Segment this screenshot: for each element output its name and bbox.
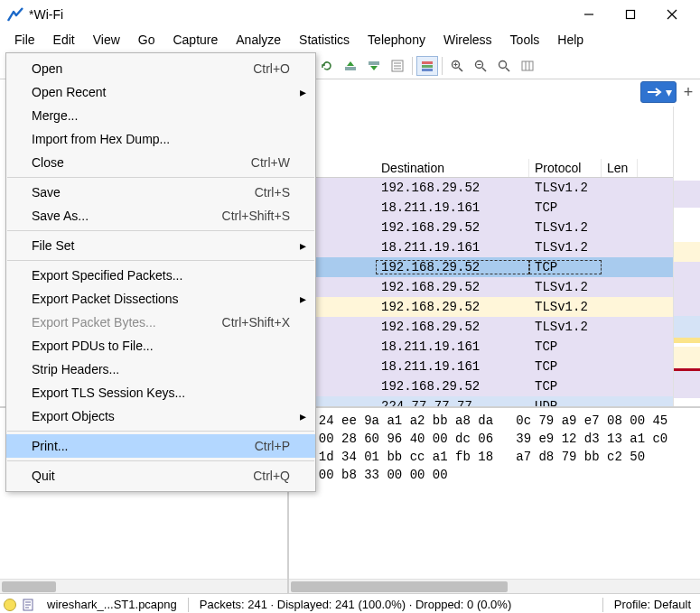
expert-info-icon[interactable] bbox=[4, 599, 16, 611]
toolbar-autoscroll-icon[interactable] bbox=[387, 56, 408, 76]
filter-add-button[interactable]: + bbox=[680, 81, 696, 103]
cell-destination: 192.168.29.52 bbox=[376, 379, 529, 394]
column-header-length[interactable]: Len bbox=[602, 159, 638, 177]
toolbar-resize-cols-icon[interactable] bbox=[517, 56, 538, 76]
menu-item-quit[interactable]: QuitCtrl+Q bbox=[6, 464, 315, 488]
cell-destination: 192.168.29.52 bbox=[376, 181, 529, 195]
menu-item-file-set[interactable]: File Set▸ bbox=[6, 234, 315, 257]
svg-rect-1 bbox=[627, 11, 635, 19]
hex-line[interactable]: 3000 b8 33 00 00 00 bbox=[296, 466, 693, 484]
packet-row[interactable]: 192.168.29.52TLSv1.2 bbox=[311, 297, 673, 317]
window-title: *Wi-Fi bbox=[27, 7, 63, 22]
column-header-destination[interactable]: Destination bbox=[376, 159, 529, 177]
svg-rect-12 bbox=[422, 69, 433, 71]
menu-bar: File Edit View Go Capture Analyze Statis… bbox=[0, 29, 700, 52]
cell-protocol: TLSv1.2 bbox=[529, 320, 602, 334]
svg-line-14 bbox=[459, 68, 462, 71]
cell-protocol: TCP bbox=[529, 379, 602, 394]
menu-statistics[interactable]: Statistics bbox=[290, 31, 359, 49]
capture-file-icon[interactable] bbox=[22, 598, 36, 612]
menu-item-import-hex[interactable]: Import from Hex Dump... bbox=[6, 127, 315, 151]
app-icon bbox=[7, 6, 23, 23]
svg-rect-4 bbox=[345, 67, 356, 70]
menu-view[interactable]: View bbox=[84, 31, 129, 49]
status-profile[interactable]: Profile: Default bbox=[609, 598, 696, 611]
menu-item-export-objects[interactable]: Export Objects▸ bbox=[6, 404, 315, 428]
menu-capture[interactable]: Capture bbox=[163, 31, 227, 49]
packet-rows[interactable]: 192.168.29.52TLSv1.218.211.19.161TCP192.… bbox=[311, 178, 673, 406]
filter-apply-button[interactable]: ▾ bbox=[640, 81, 677, 103]
menu-item-export-tls[interactable]: Export TLS Session Keys... bbox=[6, 381, 315, 404]
cell-protocol: TCP bbox=[529, 200, 602, 215]
menu-item-open-recent[interactable]: Open Recent▸ bbox=[6, 80, 315, 104]
menu-telephony[interactable]: Telephony bbox=[359, 31, 434, 49]
menu-item-close[interactable]: CloseCtrl+W bbox=[6, 151, 315, 174]
menu-item-save[interactable]: SaveCtrl+S bbox=[6, 181, 315, 204]
packet-row[interactable]: 18.211.19.161TLSv1.2 bbox=[311, 237, 673, 257]
column-header-protocol[interactable]: Protocol bbox=[529, 159, 602, 177]
packet-row[interactable]: 18.211.19.161TCP bbox=[311, 337, 673, 357]
menu-edit[interactable]: Edit bbox=[44, 31, 84, 49]
toolbar-zoom-out-icon[interactable] bbox=[470, 56, 491, 76]
submenu-arrow-icon: ▸ bbox=[300, 409, 306, 423]
file-menu-dropdown: OpenCtrl+O Open Recent▸ Merge... Import … bbox=[5, 52, 316, 492]
svg-rect-22 bbox=[522, 61, 533, 70]
submenu-arrow-icon: ▸ bbox=[300, 292, 306, 306]
maximize-button[interactable] bbox=[610, 0, 651, 29]
packet-bytes-pane[interactable]: 0024 ee 9a a1 a2 bb a8 da 0c 79 a9 e7 08… bbox=[289, 408, 700, 593]
menu-item-strip-headers[interactable]: Strip Headers... bbox=[6, 358, 315, 381]
toolbar-colorize-icon[interactable] bbox=[416, 56, 438, 76]
toolbar-zoom-reset-icon[interactable] bbox=[493, 56, 515, 76]
cell-protocol: TLSv1.2 bbox=[529, 181, 602, 195]
status-bar: wireshark_...ST1.pcapng Packets: 241 · D… bbox=[0, 593, 700, 613]
cell-protocol: TLSv1.2 bbox=[529, 300, 602, 314]
packet-row[interactable]: 224.77.77.77UDP bbox=[311, 396, 673, 406]
cell-destination: 224.77.77.77 bbox=[376, 399, 529, 406]
svg-line-21 bbox=[506, 68, 509, 71]
menu-item-export-dissections[interactable]: Export Packet Dissections▸ bbox=[6, 287, 315, 311]
menu-item-export-bytes: Export Packet Bytes...Ctrl+Shift+X bbox=[6, 311, 315, 334]
hex-line[interactable]: 1000 28 60 96 40 00 dc 06 39 e9 12 d3 13… bbox=[296, 430, 693, 448]
cell-destination: 192.168.29.52 bbox=[376, 220, 529, 235]
status-packet-counts: Packets: 241 · Displayed: 241 (100.0%) ·… bbox=[194, 598, 597, 611]
status-filename: wireshark_...ST1.pcapng bbox=[42, 598, 182, 611]
packet-overview-bar[interactable] bbox=[673, 107, 700, 406]
packet-row[interactable]: 192.168.29.52TLSv1.2 bbox=[311, 178, 673, 198]
toolbar-up-icon[interactable] bbox=[340, 56, 361, 76]
packet-row[interactable]: 192.168.29.52TLSv1.2 bbox=[311, 317, 673, 337]
svg-rect-11 bbox=[422, 65, 433, 68]
hex-line[interactable]: 0024 ee 9a a1 a2 bb a8 da 0c 79 a9 e7 08… bbox=[296, 412, 693, 430]
menu-analyze[interactable]: Analyze bbox=[227, 31, 290, 49]
menu-item-print[interactable]: Print...Ctrl+P bbox=[6, 434, 315, 458]
menu-go[interactable]: Go bbox=[129, 31, 164, 49]
cell-destination: 192.168.29.52 bbox=[376, 320, 529, 334]
svg-rect-10 bbox=[422, 61, 433, 64]
cell-destination: 18.211.19.161 bbox=[376, 359, 529, 374]
minimize-button[interactable] bbox=[568, 0, 610, 29]
packet-row[interactable]: 192.168.29.52TCP bbox=[311, 376, 673, 396]
packet-row[interactable]: 18.211.19.161TCP bbox=[311, 198, 673, 218]
packet-row[interactable]: 192.168.29.52TCP bbox=[311, 257, 673, 277]
submenu-arrow-icon: ▸ bbox=[300, 85, 306, 99]
menu-help[interactable]: Help bbox=[548, 31, 593, 49]
menu-item-save-as[interactable]: Save As...Ctrl+Shift+S bbox=[6, 204, 315, 228]
close-button[interactable] bbox=[651, 0, 693, 29]
menu-file[interactable]: File bbox=[5, 31, 44, 49]
packet-row[interactable]: 192.168.29.52TLSv1.2 bbox=[311, 277, 673, 297]
cell-protocol: TCP bbox=[529, 359, 602, 374]
svg-rect-5 bbox=[369, 61, 379, 65]
menu-tools[interactable]: Tools bbox=[501, 31, 549, 49]
menu-item-export-pdus[interactable]: Export PDUs to File... bbox=[6, 334, 315, 358]
menu-item-merge[interactable]: Merge... bbox=[6, 104, 315, 127]
menu-wireless[interactable]: Wireless bbox=[434, 31, 501, 49]
toolbar-zoom-in-icon[interactable] bbox=[446, 56, 468, 76]
title-bar: *Wi-Fi bbox=[0, 0, 700, 29]
toolbar-reload-icon[interactable] bbox=[316, 56, 338, 76]
cell-protocol: TLSv1.2 bbox=[529, 280, 602, 294]
menu-item-export-specified[interactable]: Export Specified Packets... bbox=[6, 264, 315, 287]
toolbar-down-icon[interactable] bbox=[363, 56, 385, 76]
hex-line[interactable]: 201d 34 01 bb cc a1 fb 18 a7 d8 79 bb c2… bbox=[296, 448, 693, 466]
packet-row[interactable]: 192.168.29.52TLSv1.2 bbox=[311, 218, 673, 237]
packet-row[interactable]: 18.211.19.161TCP bbox=[311, 357, 673, 376]
menu-item-open[interactable]: OpenCtrl+O bbox=[6, 57, 315, 80]
